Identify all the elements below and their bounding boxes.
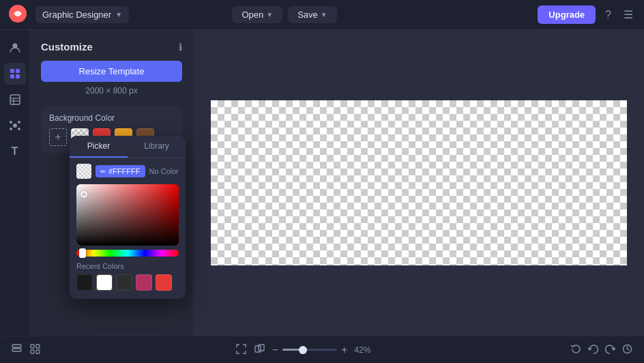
recent-swatch-3[interactable]: [136, 274, 152, 291]
hex-input[interactable]: ✏ #FFFFFF: [96, 165, 145, 177]
recent-swatch-2[interactable]: [116, 274, 132, 291]
zoom-in-button[interactable]: +: [341, 344, 347, 356]
svg-rect-2: [10, 69, 14, 73]
logo: [8, 4, 30, 26]
svg-point-10: [13, 124, 17, 128]
topbar-right: Upgrade ? ☰: [538, 5, 636, 24]
open-button[interactable]: Open ▼: [232, 6, 282, 23]
svg-rect-18: [36, 345, 40, 348]
canvas[interactable]: [211, 100, 627, 265]
svg-rect-15: [12, 345, 21, 347]
topbar: Graphic Designer ▼ Open ▼ Save ▼ Upgrade…: [0, 0, 644, 30]
app-name-chevron-icon: ▼: [115, 11, 122, 18]
sidebar-item-table[interactable]: [4, 89, 26, 111]
main-area: T Customize ℹ Resize Template 2000 × 800…: [0, 30, 644, 336]
color-picker-popup: Picker Library ✏ #FFFFFF No Color: [70, 136, 186, 299]
bottom-left: [11, 343, 41, 357]
grid-icon[interactable]: [29, 343, 41, 357]
sidebar-item-avatar[interactable]: [4, 37, 26, 59]
text-icon: T: [12, 145, 18, 158]
zoom-percent: 42%: [354, 345, 376, 355]
tab-picker[interactable]: Picker: [70, 136, 128, 158]
picker-tabs: Picker Library: [70, 136, 186, 158]
hue-thumb[interactable]: [79, 248, 86, 258]
zoom-thumb[interactable]: [299, 346, 307, 354]
panel-title: Customize: [41, 41, 93, 53]
canvas-area: [194, 30, 644, 336]
topbar-center: Open ▼ Save ▼: [232, 6, 336, 23]
menu-button[interactable]: ☰: [621, 5, 636, 24]
sidebar-item-shapes[interactable]: [4, 115, 26, 136]
sidebar-item-customize[interactable]: [4, 63, 26, 85]
recent-swatch-1[interactable]: [96, 274, 113, 291]
recent-swatch-0[interactable]: [76, 274, 93, 291]
save-button[interactable]: Save ▼: [288, 6, 337, 23]
hex-value: #FFFFFF: [108, 167, 140, 175]
svg-rect-6: [10, 95, 20, 104]
hue-slider-row: [70, 250, 186, 257]
resize-template-button[interactable]: Resize Template: [41, 61, 182, 82]
bottombar: − + 42%: [0, 336, 644, 363]
color-gradient-area[interactable]: [76, 184, 179, 246]
svg-rect-5: [16, 74, 20, 78]
zoom-track[interactable]: [282, 349, 337, 351]
dimensions-label: 2000 × 800 px: [41, 86, 182, 96]
open-chevron-icon: ▼: [266, 11, 273, 18]
svg-rect-4: [10, 74, 14, 78]
help-icon: ?: [605, 9, 611, 21]
zoom-bar: − +: [272, 344, 348, 356]
app-name-label: Graphic Designer: [42, 10, 111, 20]
hue-slider[interactable]: [76, 250, 179, 257]
svg-rect-20: [36, 350, 40, 353]
no-color-button[interactable]: No Color: [149, 167, 179, 175]
recent-swatches: [70, 274, 186, 291]
sidebar-item-text[interactable]: T: [4, 141, 26, 162]
layers-icon[interactable]: [11, 343, 23, 357]
svg-point-13: [10, 128, 12, 130]
fullscreen-icon[interactable]: [235, 343, 247, 357]
svg-point-11: [10, 121, 12, 124]
bg-color-label: Background Color: [49, 113, 174, 123]
redo-icon[interactable]: [604, 343, 616, 357]
hex-row: ✏ #FFFFFF No Color: [70, 164, 186, 179]
zoom-out-button[interactable]: −: [272, 344, 278, 356]
menu-icon: ☰: [624, 8, 633, 21]
refresh-icon[interactable]: [570, 343, 582, 357]
color-preview-swatch[interactable]: [76, 164, 91, 179]
svg-rect-19: [31, 350, 34, 353]
svg-rect-16: [12, 349, 21, 351]
sidebar-icons: T: [0, 30, 30, 336]
tab-library[interactable]: Library: [128, 136, 186, 158]
info-icon[interactable]: ℹ: [179, 42, 182, 53]
history-icon[interactable]: [621, 343, 633, 357]
svg-rect-3: [16, 69, 20, 73]
undo-icon[interactable]: [587, 343, 599, 357]
recent-swatch-4[interactable]: [156, 274, 172, 291]
add-color-button[interactable]: +: [49, 128, 67, 146]
bottom-right: [570, 343, 633, 357]
app-name-button[interactable]: Graphic Designer ▼: [35, 6, 129, 23]
color-picker-dot[interactable]: [80, 191, 87, 198]
help-button[interactable]: ?: [602, 6, 614, 24]
left-panel: Customize ℹ Resize Template 2000 × 800 p…: [30, 30, 194, 336]
panel-title-row: Customize ℹ: [41, 41, 182, 53]
save-chevron-icon: ▼: [321, 11, 327, 18]
upgrade-button[interactable]: Upgrade: [538, 5, 596, 24]
resize-icon[interactable]: [254, 343, 265, 357]
svg-rect-17: [31, 345, 34, 348]
edit-icon: ✏: [100, 168, 106, 175]
gradient-overlay: [76, 184, 179, 246]
svg-point-12: [18, 121, 20, 124]
bottom-center: − + 42%: [48, 343, 564, 357]
recent-colors-label: Recent Colors: [70, 262, 186, 270]
svg-point-14: [18, 128, 20, 130]
